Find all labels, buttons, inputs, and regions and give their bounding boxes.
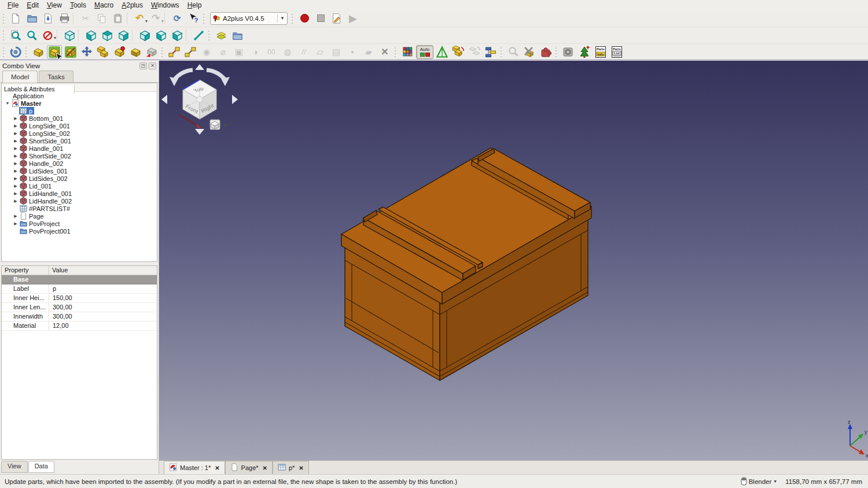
a2p-toggle-autosolve-button[interactable]: Auto	[416, 45, 433, 59]
constraint-planes-parallel-button[interactable]: ▱	[312, 45, 328, 59]
tab-view[interactable]: View	[1, 461, 28, 473]
constraint-point-on-plane-button[interactable]: ▪	[345, 45, 360, 59]
whats-this-button[interactable]: ?	[186, 12, 201, 25]
macro-play-button[interactable]: ▶	[345, 12, 361, 25]
tree-expander-icon[interactable]: ▶	[12, 131, 19, 136]
a2p-update-imported-parts-button[interactable]	[47, 45, 62, 59]
a2p-add-part-button[interactable]	[31, 45, 46, 59]
tree-item--partslist-[interactable]: #PARTSLIST#	[2, 205, 157, 212]
panel-float-button[interactable]: ◳	[139, 62, 147, 69]
a2p-constraint-viewer-button[interactable]	[506, 45, 521, 59]
workbench-selector[interactable]: A2plus V0.4.5▼	[210, 12, 288, 25]
view-axonometric-button[interactable]	[62, 28, 77, 42]
cut-button[interactable]: ✂	[78, 12, 93, 25]
toolbar-grip[interactable]	[500, 46, 504, 58]
tree-expander-icon[interactable]: ▶	[12, 199, 19, 204]
toolbar-grip[interactable]	[25, 46, 29, 58]
tree-item-handle-001[interactable]: ▶Handle_001	[2, 145, 157, 152]
panel-close-button[interactable]: ✕	[149, 62, 156, 69]
tree-expander-icon[interactable]: ▶	[12, 214, 19, 219]
document-tab-master-1-[interactable]: Master : 1*✕	[164, 461, 225, 474]
menu-tools[interactable]: Tools	[66, 1, 90, 10]
property-value[interactable]: 300,00	[49, 303, 157, 312]
toolbar-grip[interactable]	[161, 46, 165, 58]
toolbar-grip[interactable]	[2, 13, 6, 24]
a2p-toggle-tree-view-button[interactable]	[577, 45, 592, 59]
delete-constraint-button[interactable]: ✕	[377, 45, 392, 59]
constraint-axial-button[interactable]: ◑	[248, 45, 263, 59]
view-top-button[interactable]	[100, 28, 115, 42]
menu-a2plus[interactable]: A2plus	[117, 1, 147, 10]
macro-edit-button[interactable]	[329, 12, 344, 25]
tree-expander-icon[interactable]: ▶	[12, 154, 19, 158]
property-row-inner-hei-[interactable]: Inner Hei...150,00	[2, 294, 157, 303]
nav-cube-corner[interactable]	[197, 97, 203, 102]
tree-item-lidhandle-002[interactable]: ▶LidHandle_002	[2, 197, 157, 205]
open-file-button[interactable]	[24, 12, 39, 25]
tree-item-povproject001[interactable]: PovProject001	[2, 227, 157, 235]
save-button[interactable]	[41, 12, 56, 25]
menu-windows[interactable]: Windows	[147, 1, 183, 10]
toolbar-grip[interactable]	[555, 46, 559, 58]
tree-item-lidsides-002[interactable]: ▶LidSides_002	[2, 175, 157, 182]
tree-expander-icon[interactable]: ▶	[12, 176, 19, 181]
project-folder-button[interactable]	[230, 28, 245, 42]
tree-expander-icon[interactable]: ▶	[12, 161, 19, 166]
refresh-button[interactable]: ⟳	[170, 12, 185, 25]
fit-all-button[interactable]	[8, 28, 23, 42]
toolbar-grip[interactable]	[208, 29, 212, 41]
constraint-angled-planes-button[interactable]: ▰	[361, 45, 376, 59]
view-bottom-button[interactable]	[153, 28, 168, 42]
constraint-center-of-mass-button[interactable]: ◍	[280, 45, 295, 59]
constraint-plane-coincident-button[interactable]: ▣	[231, 45, 247, 59]
property-value[interactable]: 12,00	[49, 321, 157, 330]
view-right-button[interactable]	[116, 28, 131, 42]
view-left-button[interactable]	[170, 28, 185, 42]
tree-expander-icon[interactable]: ▶	[12, 139, 19, 143]
tree-expander-icon[interactable]: ▶	[12, 116, 19, 121]
tree-expander-icon[interactable]: ▶	[12, 124, 19, 128]
property-row-material[interactable]: Material12,00	[2, 321, 157, 331]
print-button[interactable]	[57, 12, 72, 25]
tree-expander-icon[interactable]: ▼	[4, 101, 11, 105]
3d-viewport[interactable]: Top Front Right z y x	[159, 61, 868, 460]
tab-model[interactable]: Model	[2, 71, 38, 83]
constraint-axis-parallel-button[interactable]: //	[296, 45, 311, 59]
tree-item-povproject[interactable]: ▶PovProject	[2, 220, 157, 227]
isocurve-button[interactable]	[214, 28, 229, 42]
constraint-point-on-line-button[interactable]	[183, 45, 198, 59]
toolbar-grip[interactable]	[291, 13, 295, 24]
toolbar-grip[interactable]	[203, 13, 207, 24]
tree-item-master[interactable]: ▼Master	[2, 99, 157, 107]
3d-scene[interactable]: Top Front Right z y x	[159, 61, 868, 460]
menu-help[interactable]: Help	[183, 1, 206, 10]
tree-expander-icon[interactable]: ▶	[12, 221, 19, 226]
new-file-button[interactable]	[8, 12, 23, 25]
tree-expander-icon[interactable]: ▶	[12, 191, 19, 196]
tree-item-shortside-001[interactable]: ▶ShortSide_001	[2, 137, 157, 145]
redo-button[interactable]: ↷▾	[148, 12, 163, 25]
property-row-inner-len-[interactable]: Inner Len...300,00	[2, 303, 157, 312]
property-value[interactable]: 150,00	[49, 294, 157, 302]
view-front-button[interactable]	[83, 28, 98, 42]
constraint-circular-edge-button[interactable]: ⌀	[215, 45, 230, 59]
copy-button[interactable]	[94, 12, 109, 25]
a2p-flip-constraint-button[interactable]	[435, 45, 450, 59]
document-tab-page-[interactable]: Page*✕	[225, 461, 273, 474]
a2p-move-part-button[interactable]	[79, 45, 94, 59]
toolbar-grip[interactable]	[2, 46, 6, 58]
draw-style-button[interactable]: ▾	[41, 28, 56, 42]
tab-data[interactable]: Data	[28, 461, 54, 473]
property-value[interactable]: p	[49, 284, 157, 293]
undo-button[interactable]: ↶▾	[132, 12, 147, 25]
a2p-parts-info-button[interactable]: PartsInfo	[593, 45, 608, 59]
a2p-parts-list-button[interactable]: PartsList	[609, 45, 624, 59]
tree-item-lid-001[interactable]: ▶Lid_001	[2, 182, 157, 190]
fit-selection-button[interactable]	[24, 28, 39, 42]
a2p-edit-imported-part-button[interactable]	[63, 45, 78, 59]
toolbar-grip[interactable]	[394, 46, 398, 58]
a2p-duplicate-part-button[interactable]	[95, 45, 111, 59]
a2p-migrate-proxies-button[interactable]	[561, 45, 576, 59]
tree-item-longside-002[interactable]: ▶LongSide_002	[2, 130, 157, 137]
tree-item-page[interactable]: ▶Page	[2, 212, 157, 220]
